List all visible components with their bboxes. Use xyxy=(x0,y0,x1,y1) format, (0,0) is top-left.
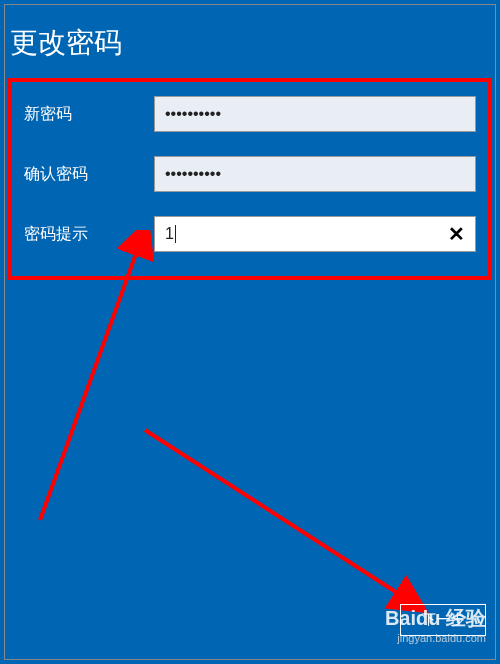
new-password-input[interactable]: •••••••••• xyxy=(154,96,476,132)
next-button-label: 下一步 xyxy=(422,611,464,629)
form-highlight-box: 新密码 •••••••••• 确认密码 •••••••••• 密码提示 1 ✕ xyxy=(8,78,492,280)
password-hint-value: 1 xyxy=(165,225,444,244)
password-hint-input[interactable]: 1 ✕ xyxy=(154,216,476,252)
confirm-password-label: 确认密码 xyxy=(24,164,154,185)
confirm-password-input[interactable]: •••••••••• xyxy=(154,156,476,192)
new-password-label: 新密码 xyxy=(24,104,154,125)
password-hint-label: 密码提示 xyxy=(24,224,154,245)
password-hint-row: 密码提示 1 ✕ xyxy=(24,216,476,252)
new-password-row: 新密码 •••••••••• xyxy=(24,96,476,132)
confirm-password-row: 确认密码 •••••••••• xyxy=(24,156,476,192)
clear-icon[interactable]: ✕ xyxy=(444,222,469,246)
text-cursor xyxy=(175,225,176,243)
confirm-password-value: •••••••••• xyxy=(165,165,221,183)
next-button[interactable]: 下一步 xyxy=(400,604,486,636)
new-password-value: •••••••••• xyxy=(165,105,221,123)
